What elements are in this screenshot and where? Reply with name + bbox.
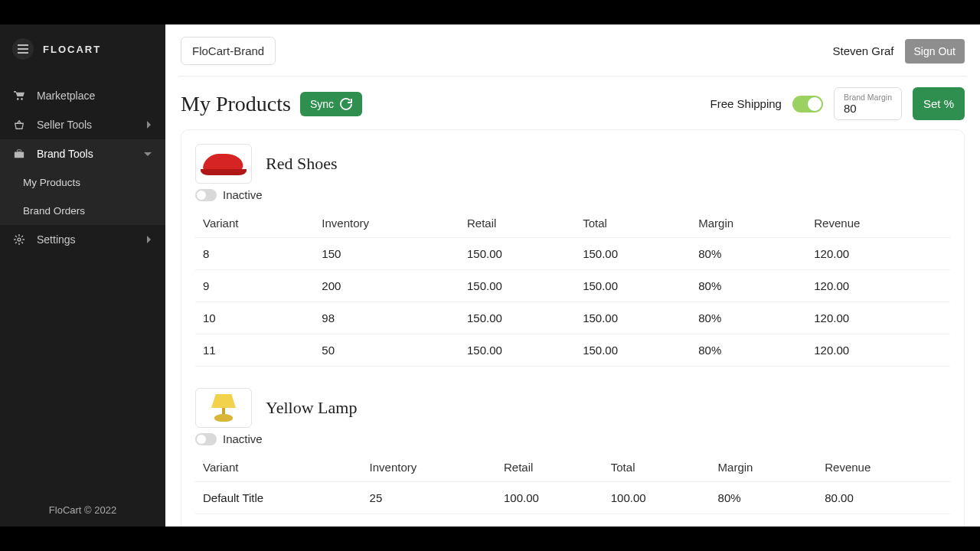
brand-tools-submenu: My Products Brand Orders — [0, 168, 165, 225]
product-status-row: Inactive — [195, 432, 950, 445]
header-right: Free Shipping Brand Margin 80 Set % — [710, 87, 965, 120]
nav-label: Seller Tools — [37, 119, 92, 131]
col-total: Total — [577, 209, 692, 238]
basket-icon — [14, 119, 26, 130]
cell-variant: 10 — [195, 302, 315, 334]
variants-table: Variant Inventory Retail Total Margin Re… — [195, 209, 950, 367]
topbar: FloCart-Brand Steven Graf Sign Out — [165, 24, 980, 76]
cell-margin: 80% — [692, 334, 808, 367]
chevron-right-icon — [145, 236, 152, 243]
cell-variant: 8 — [195, 238, 315, 270]
product-active-toggle[interactable] — [195, 189, 217, 201]
page-title: My Products — [181, 92, 291, 116]
cell-inventory: 50 — [315, 334, 461, 367]
subnav-label: Brand Orders — [23, 205, 85, 217]
col-inventory: Inventory — [364, 453, 498, 482]
col-retail: Retail — [461, 209, 577, 238]
cell-inventory: 98 — [315, 302, 461, 334]
cell-total: 150.00 — [577, 302, 692, 334]
nav-label: Brand Tools — [37, 148, 93, 160]
nav-label: Settings — [37, 233, 76, 246]
cell-variant: Default Title — [195, 482, 364, 514]
sidebar-item-seller-tools[interactable]: Seller Tools — [0, 110, 165, 139]
chevron-right-icon — [145, 121, 152, 129]
col-margin: Margin — [712, 453, 819, 482]
sign-out-button[interactable]: Sign Out — [905, 39, 965, 64]
col-revenue: Revenue — [818, 453, 950, 482]
cell-retail: 150.00 — [461, 238, 577, 270]
briefcase-icon — [14, 148, 26, 159]
col-inventory: Inventory — [315, 209, 461, 238]
user-name: Steven Graf — [832, 44, 893, 57]
svg-point-3 — [17, 98, 19, 100]
subnav-item-brand-orders[interactable]: Brand Orders — [0, 197, 165, 225]
table-head: Variant Inventory Retail Total Margin Re… — [195, 209, 950, 238]
store-selector[interactable]: FloCart-Brand — [181, 37, 276, 65]
cell-revenue: 120.00 — [808, 334, 950, 367]
products-card: Red Shoes Inactive Variant Inventory Ret… — [181, 129, 965, 527]
svg-rect-6 — [17, 150, 21, 152]
table-row: 9 200 150.00 150.00 80% 120.00 — [195, 270, 950, 302]
svg-rect-0 — [18, 44, 28, 46]
cell-variant: 11 — [195, 334, 315, 367]
subnav-item-my-products[interactable]: My Products — [0, 168, 165, 197]
brand-margin-input[interactable]: Brand Margin 80 — [834, 87, 902, 120]
page-header: My Products Sync Free Shipping Brand Mar… — [165, 77, 980, 129]
free-shipping-label: Free Shipping — [710, 97, 782, 110]
sidebar-item-marketplace[interactable]: Marketplace — [0, 81, 165, 110]
product-title: Red Shoes — [266, 154, 338, 174]
sync-label: Sync — [310, 98, 334, 110]
brand-margin-value: 80 — [844, 102, 892, 115]
table-head: Variant Inventory Retail Total Margin Re… — [195, 453, 950, 482]
store-name: FloCart-Brand — [192, 44, 264, 57]
cell-revenue: 80.00 — [818, 482, 950, 514]
set-percent-button[interactable]: Set % — [913, 87, 965, 120]
topbar-right: Steven Graf Sign Out — [832, 39, 965, 64]
svg-point-7 — [18, 238, 21, 241]
table-row: 10 98 150.00 150.00 80% 120.00 — [195, 302, 950, 334]
subnav-label: My Products — [23, 177, 80, 188]
sidebar-footer: FloCart © 2022 — [0, 494, 165, 527]
menu-icon[interactable] — [12, 38, 34, 60]
product-active-toggle[interactable] — [195, 433, 217, 445]
cell-margin: 80% — [692, 302, 808, 334]
cell-inventory: 150 — [315, 238, 461, 270]
svg-point-4 — [21, 98, 23, 100]
content-scroll[interactable]: Red Shoes Inactive Variant Inventory Ret… — [165, 129, 980, 527]
gear-icon — [14, 234, 26, 245]
cell-revenue: 120.00 — [808, 238, 950, 270]
sidebar: FLOCART Marketplace Seller Tools — [0, 24, 165, 527]
cell-total: 150.00 — [577, 270, 692, 302]
cell-total: 150.00 — [577, 334, 692, 367]
cell-inventory: 200 — [315, 270, 461, 302]
cell-margin: 80% — [692, 270, 808, 302]
col-margin: Margin — [692, 209, 808, 238]
lamp-icon — [207, 391, 240, 425]
cell-total: 100.00 — [605, 482, 712, 514]
cell-variant: 9 — [195, 270, 315, 302]
product-status-label: Inactive — [223, 432, 263, 445]
sidebar-nav: Marketplace Seller Tools Brand Tools — [0, 81, 165, 254]
nav-label: Marketplace — [37, 90, 95, 102]
product-status-row: Inactive — [195, 188, 950, 201]
col-revenue: Revenue — [808, 209, 950, 238]
brand-logo-text: FLOCART — [43, 44, 101, 55]
cell-total: 150.00 — [577, 238, 692, 270]
cell-revenue: 120.00 — [808, 302, 950, 334]
product-block: Red Shoes Inactive Variant Inventory Ret… — [195, 144, 950, 367]
brand-margin-label: Brand Margin — [844, 93, 892, 102]
cell-retail: 150.00 — [461, 334, 577, 367]
cell-inventory: 25 — [364, 482, 498, 514]
sidebar-item-settings[interactable]: Settings — [0, 225, 165, 254]
cell-retail: 100.00 — [498, 482, 605, 514]
cart-icon — [14, 90, 26, 101]
free-shipping-toggle[interactable] — [792, 96, 823, 112]
sidebar-item-brand-tools[interactable]: Brand Tools — [0, 139, 165, 168]
svg-rect-2 — [18, 52, 28, 54]
variants-table: Variant Inventory Retail Total Margin Re… — [195, 453, 950, 514]
cell-retail: 150.00 — [461, 302, 577, 334]
sync-button[interactable]: Sync — [300, 92, 362, 116]
table-row: 8 150 150.00 150.00 80% 120.00 — [195, 238, 950, 270]
app-root: FLOCART Marketplace Seller Tools — [0, 24, 980, 527]
table-row: 11 50 150.00 150.00 80% 120.00 — [195, 334, 950, 367]
